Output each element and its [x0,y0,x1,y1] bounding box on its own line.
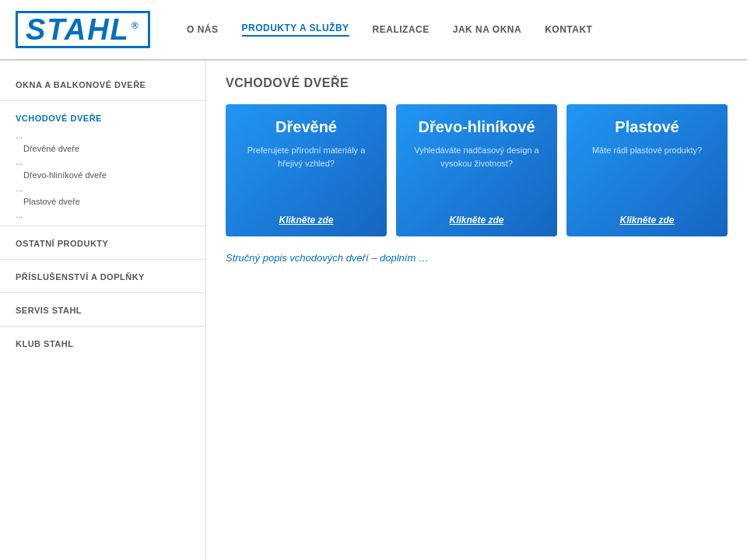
card-drevene[interactable]: Dřevěné Preferujete přírodní materiály a… [226,104,387,236]
sidebar-item-vchodove[interactable]: VCHODOVÉ DVEŘE [0,106,205,129]
logo-area: STAHL® [16,11,171,48]
card-drevo-hlinikove[interactable]: Dřevo-hliníkové Vyhledáváte nadčasový de… [396,104,557,236]
main-nav: O NÁS PRODUKTY A SLUŽBY REALIZACE JAK NA… [187,23,592,37]
sidebar-item-ostatni[interactable]: OSTATNÍ PRODUKTY [0,231,205,254]
card-plastove[interactable]: Plastové Máte rádi plastové produkty? Kl… [566,104,728,236]
header: STAHL® O NÁS PRODUKTY A SLUŽBY REALIZACE… [0,0,747,61]
card-drevo-hlinikove-desc: Vyhledáváte nadčasový design a vysokou ž… [407,144,546,207]
card-drevene-desc: Preferujete přírodní materiály a hřejivý… [237,144,376,207]
divider-2 [0,226,205,226]
main-layout: OKNA A BALKONOVÉ DVEŘE VCHODOVÉ DVEŘE ..… [0,61,747,560]
sidebar-item-prislusenstvi[interactable]: PŘÍSLUŠENSTVÍ A DOPLŇKY [0,264,205,288]
card-drevo-hlinikove-link[interactable]: Klikněte zde [449,215,503,226]
sidebar-item-drevene[interactable]: Dřevěné dveře [0,142,205,156]
divider-3 [0,259,205,260]
sidebar-item-klub[interactable]: KLUB STAHL [0,331,205,355]
sidebar-item-drevo-hlinikove[interactable]: Dřevo-hliníkové dveře [0,168,205,182]
nav-o-nas[interactable]: O NÁS [187,24,219,35]
card-drevene-link[interactable]: Klikněte zde [279,215,333,226]
logo-text: STAHL [26,13,130,46]
sidebar-item-plastove[interactable]: Plastové dveře [0,194,205,208]
divider-4 [0,292,205,293]
nav-produkty[interactable]: PRODUKTY A SLUŽBY [242,23,349,37]
page-title: VCHODOVÉ DVEŘE [226,76,728,90]
card-plastove-link[interactable]: Klikněte zde [619,215,674,226]
card-drevo-hlinikove-title: Dřevo-hliníkové [418,118,535,136]
content-area: VCHODOVÉ DVEŘE Dřevěné Preferujete příro… [206,61,747,560]
logo[interactable]: STAHL® [16,11,150,48]
card-drevene-title: Dřevěné [275,118,337,136]
cards-row: Dřevěné Preferujete přírodní materiály a… [226,104,728,236]
sidebar-dots-4: ... [0,208,205,221]
divider-1 [0,100,205,101]
divider-5 [0,326,205,327]
nav-realizace[interactable]: REALIZACE [373,24,430,35]
sidebar-dots-1: ... [0,129,205,142]
sidebar: OKNA A BALKONOVÉ DVEŘE VCHODOVÉ DVEŘE ..… [0,61,206,560]
card-plastove-desc: Máte rádi plastové produkty? [592,144,702,207]
sidebar-item-okna[interactable]: OKNA A BALKONOVÉ DVEŘE [0,72,205,96]
bottom-text: Stručný popis vchodových dveří – doplním… [226,252,728,264]
card-plastove-title: Plastové [615,118,679,136]
nav-kontakt[interactable]: KONTAKT [545,24,592,35]
sidebar-dots-3: ... [0,182,205,194]
sidebar-item-servis[interactable]: SERVIS STAHL [0,298,205,321]
sidebar-dots-2: ... [0,156,205,168]
nav-jak-na-okna[interactable]: JAK NA OKNA [453,24,521,35]
logo-symbol: ® [132,20,140,31]
